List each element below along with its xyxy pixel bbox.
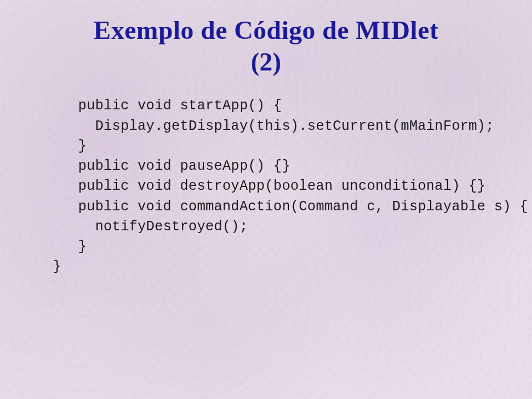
code-line: public void destroyApp(boolean unconditi… <box>53 176 507 196</box>
code-block: public void startApp() { Display.getDisp… <box>53 96 507 277</box>
code-line: notifyDestroyed(); <box>53 217 507 237</box>
code-line: } <box>53 257 507 277</box>
slide-title: Exemplo de Código de MIDlet <box>25 14 507 46</box>
code-line: } <box>53 237 507 257</box>
slide-subtitle: (2) <box>25 47 507 77</box>
slide-content: Exemplo de Código de MIDlet (2) public v… <box>0 0 532 399</box>
code-line: public void commandAction(Command c, Dis… <box>53 197 507 217</box>
code-line: public void startApp() { <box>53 96 507 116</box>
code-line: public void pauseApp() {} <box>53 156 507 176</box>
code-line: } <box>53 137 507 156</box>
code-line: Display.getDisplay(this).setCurrent(mMai… <box>53 117 507 137</box>
title-area: Exemplo de Código de MIDlet (2) <box>25 14 507 77</box>
